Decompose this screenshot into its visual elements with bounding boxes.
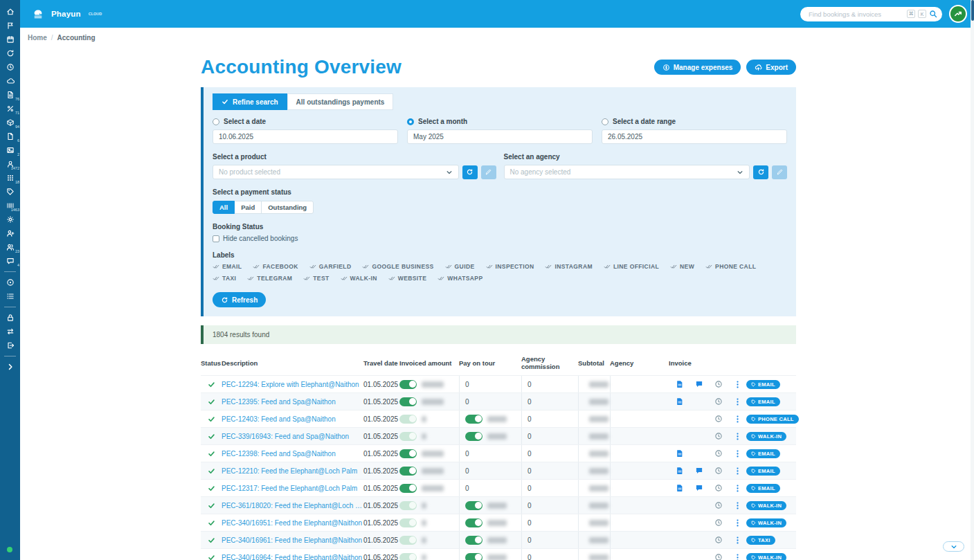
row-menu-button[interactable]: [728, 514, 746, 531]
booking-link[interactable]: PEC-12210: Feed the Elephant@Loch Palm: [222, 467, 357, 475]
sidebar-item-apps[interactable]: 18: [0, 171, 20, 185]
label-pill[interactable]: EMAIL: [746, 484, 780, 493]
brand[interactable]: Phayun CLOUD: [31, 8, 102, 20]
payment-status-paid[interactable]: Paid: [234, 201, 262, 214]
sidebar-item-tours[interactable]: [0, 19, 20, 33]
table-row[interactable]: PEC-12210: Feed the Elephant@Loch Palm 0…: [201, 462, 796, 479]
history-cell[interactable]: [709, 514, 728, 531]
invoiced-toggle[interactable]: [399, 467, 417, 476]
sidebar-item-settings[interactable]: [0, 213, 20, 226]
label-chip-google-business[interactable]: GOOGLE BUSINESS: [362, 263, 433, 270]
row-menu-button[interactable]: [728, 497, 746, 514]
tab-all-outstandings-payments[interactable]: All outstandings payments: [287, 93, 394, 110]
label-chip-new[interactable]: NEW: [670, 263, 694, 270]
invoice-document-icon[interactable]: [676, 536, 684, 544]
booking-link[interactable]: PEC-12317: Feed the Elephant@Loch Palm: [222, 485, 357, 492]
label-chip-line-official[interactable]: LINE OFFICIAL: [604, 263, 659, 270]
sidebar-item-lock[interactable]: [0, 311, 20, 325]
invoice-document-icon[interactable]: [676, 484, 684, 492]
invoice-document-icon[interactable]: [676, 380, 684, 388]
label-pill[interactable]: EMAIL: [746, 397, 780, 406]
history-cell[interactable]: [709, 393, 728, 410]
row-menu-button[interactable]: [728, 428, 746, 444]
sidebar-item-refunds[interactable]: [0, 46, 20, 60]
sidebar-item-cloud-sync[interactable]: [0, 74, 20, 88]
label-chip-whatsapp[interactable]: WHATSAPP: [438, 275, 483, 282]
row-menu-button[interactable]: [728, 376, 746, 392]
invoice-note-icon[interactable]: [695, 415, 703, 423]
row-menu-button[interactable]: [728, 462, 746, 479]
invoice-document-icon[interactable]: [676, 432, 684, 440]
sidebar-item-customers[interactable]: 1472: [0, 157, 20, 171]
pay-on-tour-toggle[interactable]: [465, 553, 483, 560]
table-row[interactable]: PEC-12403: Feed and Spa@Naithon 01.05.20…: [201, 410, 796, 427]
history-cell[interactable]: [709, 549, 728, 560]
sidebar-item-invoices[interactable]: 76: [0, 88, 20, 102]
invoice-note-icon[interactable]: [695, 518, 703, 527]
invoice-note-icon[interactable]: [695, 484, 703, 492]
radio-select-a-date[interactable]: Select a date: [213, 118, 398, 125]
label-chip-test[interactable]: TEST: [303, 275, 329, 282]
sidebar-item-add-user[interactable]: [0, 226, 20, 240]
label-chip-inspection[interactable]: INSPECTION: [486, 263, 534, 270]
label-chip-guide[interactable]: GUIDE: [445, 263, 475, 270]
label-chip-taxi[interactable]: TAXI: [213, 275, 236, 282]
booking-link[interactable]: PEC-340/16951: Feed the Elephant@Naithon: [222, 519, 362, 527]
invoice-note-icon[interactable]: [695, 467, 703, 475]
search-icon[interactable]: [929, 10, 937, 18]
global-search[interactable]: ⌘ K: [800, 7, 942, 21]
invoice-note-icon[interactable]: [695, 536, 703, 544]
history-cell[interactable]: [709, 497, 728, 514]
invoice-document-icon[interactable]: [676, 415, 684, 423]
invoice-document-icon[interactable]: [676, 397, 684, 406]
radio-select-a-month[interactable]: Select a month: [407, 118, 593, 125]
pay-on-tour-toggle[interactable]: [465, 432, 483, 441]
export-button[interactable]: Export: [746, 60, 796, 75]
table-row[interactable]: PEC-339/16943: Feed and Spa@Naithon 01.0…: [201, 427, 796, 444]
booking-link[interactable]: PEC-12294: Explore with Elephant@Naithon: [222, 381, 359, 388]
invoiced-toggle[interactable]: [399, 415, 417, 424]
table-row[interactable]: PEC-340/16964: Feed the Elephant@Naithon…: [201, 548, 796, 560]
invoiced-toggle[interactable]: [399, 380, 417, 389]
reload-products-button[interactable]: [462, 165, 478, 179]
manage-expenses-button[interactable]: Manage expenses: [654, 60, 741, 75]
booking-link[interactable]: PEC-361/18020: Feed the Elephant@Loch Pa…: [222, 502, 363, 509]
booking-link[interactable]: PEC-340/16964: Feed the Elephant@Naithon: [222, 554, 362, 560]
pay-on-tour-toggle[interactable]: [465, 518, 483, 527]
invoice-document-icon[interactable]: [676, 449, 684, 458]
pay-on-tour-toggle[interactable]: [465, 536, 483, 545]
radio-select-a-date-range[interactable]: Select a date range: [602, 118, 787, 125]
invoice-note-icon[interactable]: [695, 449, 703, 458]
history-cell[interactable]: [709, 480, 728, 496]
agency-select[interactable]: No agency selected: [504, 165, 750, 179]
label-chip-phone-call[interactable]: PHONE CALL: [705, 263, 756, 270]
sidebar-item-labels[interactable]: [0, 185, 20, 199]
invoice-document-icon[interactable]: [676, 467, 684, 475]
booking-link[interactable]: PEC-12403: Feed and Spa@Naithon: [222, 415, 336, 423]
table-row[interactable]: PEC-361/18020: Feed the Elephant@Loch Pa…: [201, 496, 796, 514]
label-chip-telegram[interactable]: TELEGRAM: [247, 275, 292, 282]
row-menu-button[interactable]: [728, 532, 746, 548]
sidebar-item-tickets[interactable]: 1463: [0, 199, 20, 213]
hide-cancelled-checkbox[interactable]: [213, 235, 219, 242]
scrollbar-thumb[interactable]: [971, 0, 974, 21]
invoice-document-icon[interactable]: [676, 553, 684, 560]
row-menu-button[interactable]: [728, 410, 746, 427]
label-chip-facebook[interactable]: FACEBOOK: [253, 263, 298, 270]
refresh-button[interactable]: Refresh: [213, 292, 266, 307]
row-menu-button[interactable]: [728, 480, 746, 496]
row-menu-button[interactable]: [728, 445, 746, 462]
tab-refine-search[interactable]: Refine search: [213, 93, 287, 110]
label-chip-email[interactable]: EMAIL: [213, 263, 242, 270]
label-pill[interactable]: EMAIL: [746, 449, 780, 458]
row-menu-button[interactable]: [728, 393, 746, 410]
sidebar-item-discounts[interactable]: 71: [0, 102, 20, 116]
booking-link[interactable]: PEC-339/16943: Feed and Spa@Naithon: [222, 433, 349, 440]
invoiced-toggle[interactable]: [399, 518, 417, 527]
pay-on-tour-toggle[interactable]: [465, 415, 483, 424]
label-chip-website[interactable]: WEBSITE: [388, 275, 427, 282]
label-pill[interactable]: WALK-IN: [746, 518, 786, 527]
table-row[interactable]: PEC-12317: Feed the Elephant@Loch Palm 0…: [201, 479, 796, 496]
row-menu-button[interactable]: [728, 549, 746, 560]
label-chip-instagram[interactable]: INSTAGRAM: [545, 263, 592, 270]
